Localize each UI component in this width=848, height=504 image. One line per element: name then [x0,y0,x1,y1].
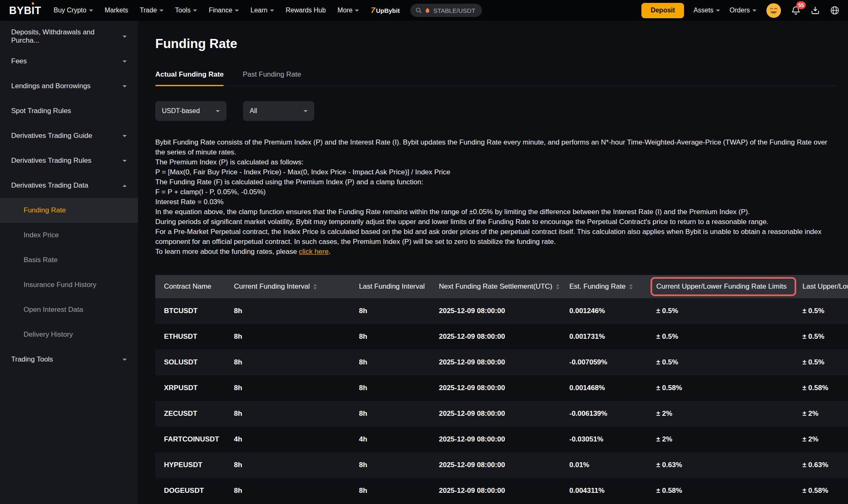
footer-text: . [329,248,331,256]
nav-label: Buy Crypto [54,7,87,14]
sidebar-label: Spot Trading Rules [11,107,71,115]
col-last-upper-lower-limits: Last Upper/Lower Funding Rate Limits [802,275,848,298]
sort-icon[interactable] [629,284,633,289]
cell-contract: DOGEUSDT [155,478,234,504]
cell-est-rate: 0.001731% [569,324,656,350]
sidebar-subitem-basis-rate[interactable]: Basis Rate [0,248,138,272]
funding-rate-description: Bybit Funding Rate consists of the Premi… [155,137,836,257]
cell-current-interval: 4h [234,427,359,452]
sidebar-item-derivatives-trading-rules[interactable]: Derivatives Trading Rules [0,148,138,173]
cell-contract: SOLUSDT [155,350,234,375]
cell-est-rate: 0.001468% [569,375,656,401]
sidebar-item-derivatives-trading-guide[interactable]: Derivatives Trading Guide [0,123,138,148]
nav-item-markets[interactable]: Markets [105,7,128,14]
nav-item-trade[interactable]: Trade [140,7,164,14]
sidebar-subitem-insurance-fund-history[interactable]: Insurance Fund History [0,272,138,297]
table-row: XRPUSDT8h8h2025-12-09 08:00:000.001468%±… [155,375,848,401]
sidebar-item-deposits-withdrawals[interactable]: Deposits, Withdrawals and Purcha... [0,24,138,49]
col-est-funding-rate[interactable]: Est. Funding Rate [569,275,656,298]
col-next-funding-settlement[interactable]: Next Funding Rate Settlement(UTC) [439,275,569,298]
download-app-button[interactable] [810,5,820,15]
nav-item-tools[interactable]: Tools [175,7,197,14]
cell-last-limits: ± 0.58% [802,375,848,401]
cell-current-interval: 8h [234,401,359,427]
nav-label: Rewards Hub [286,7,326,14]
nav-item-more[interactable]: More [337,7,359,14]
contract-type-select[interactable]: All [243,101,314,121]
chevron-down-icon [270,10,274,12]
cell-est-rate: -0.006139% [569,401,656,427]
sidebar-item-trading-tools[interactable]: Trading Tools [0,347,138,372]
cell-last-limits: ± 2% [802,427,848,452]
chevron-down-icon [304,110,308,112]
cell-next-settlement: 2025-12-09 08:00:00 [439,298,569,324]
cell-last-limits: ± 0.5% [802,298,848,324]
cell-current-limits: ± 0.5% [656,350,802,375]
cell-est-rate: -0.007059% [569,350,656,375]
column-label: Current Upper/Lower Funding Rate Limits [656,282,787,291]
sidebar-label: Deposits, Withdrawals and Purcha... [11,28,123,45]
nav-item-buy-crypto[interactable]: Buy Crypto [54,7,93,14]
cell-last-limits: ± 0.63% [802,452,848,478]
cell-current-limits: ± 2% [656,401,802,427]
sidebar-subitem-delivery-history[interactable]: Delivery History [0,322,138,347]
col-current-funding-interval[interactable]: Current Funding Interval [234,275,359,298]
cell-current-interval: 8h [234,324,359,350]
sidebar-label: Derivatives Trading Data [11,181,88,190]
cell-last-interval: 4h [359,427,439,452]
cell-last-interval: 8h [359,350,439,375]
chevron-down-icon [89,10,93,12]
description-line: The Funding Rate (F) is calculated using… [155,177,836,187]
sidebar-item-derivatives-trading-data[interactable]: Derivatives Trading Data [0,173,138,198]
cell-last-limits: ± 0.5% [802,350,848,375]
cell-last-interval: 8h [359,401,439,427]
cell-contract: HYPEUSDT [155,452,234,478]
upbybit-link[interactable]: 7 UpBybit [371,6,400,15]
settle-coin-select[interactable]: USDT-based [155,101,226,121]
tab-actual-funding-rate[interactable]: Actual Funding Rate [155,70,224,86]
table-row: ETHUSDT8h8h2025-12-09 08:00:000.001731%±… [155,324,848,350]
chevron-down-icon [716,10,720,12]
nav-item-learn[interactable]: Learn [251,7,274,14]
bybit-logo[interactable]: BYBIT [9,5,41,17]
avatar[interactable] [766,3,781,18]
deposit-button[interactable]: Deposit [641,3,684,18]
select-value: All [250,107,257,115]
description-line: F = P + clamp(I - P, 0.05%, -0.05%) [155,187,836,197]
main-content: Funding Rate Actual Funding Rate Past Fu… [138,21,848,504]
sidebar-subitem-funding-rate[interactable]: Funding Rate [0,198,138,223]
search-input[interactable]: STABLE/USDT [410,4,482,17]
description-line: For a Pre-Market Perpetual contract, the… [155,227,836,247]
nav-label: Learn [251,7,267,14]
sidebar-item-fees[interactable]: Fees [0,49,138,74]
cell-est-rate: 0.004311% [569,478,656,504]
cell-last-limits: ± 0.58% [802,478,848,504]
description-line: Bybit Funding Rate consists of the Premi… [155,137,836,157]
notification-bell[interactable]: 55 [791,5,801,16]
cell-last-interval: 8h [359,324,439,350]
sidebar-item-lendings-borrowings[interactable]: Lendings and Borrowings [0,74,138,99]
nav-item-rewards-hub[interactable]: Rewards Hub [286,7,326,14]
nav-item-finance[interactable]: Finance [209,7,239,14]
sidebar-item-spot-trading-rules[interactable]: Spot Trading Rules [0,99,138,123]
cell-contract: BTCUSDT [155,298,234,324]
notification-badge: 55 [796,1,806,9]
page-title: Funding Rate [155,36,848,51]
sidebar-subitem-open-interest-data[interactable]: Open Interest Data [0,297,138,322]
chevron-down-icon [123,359,127,361]
cell-last-interval: 8h [359,298,439,324]
nav-label: Assets [694,7,713,14]
tab-past-funding-rate[interactable]: Past Funding Rate [243,70,301,86]
sidebar-label: Derivatives Trading Rules [11,157,92,165]
sort-icon[interactable] [313,284,317,289]
click-here-link[interactable]: click here [299,248,329,256]
footer-text: To learn more about the funding rates, p… [155,248,299,256]
language-button[interactable] [830,5,840,15]
orders-menu[interactable]: Orders [730,7,756,14]
assets-menu[interactable]: Assets [694,7,720,14]
column-label: Last Funding Interval [359,282,425,291]
upbybit-label: UpBybit [376,7,400,14]
table-row: HYPEUSDT8h8h2025-12-09 08:00:000.01%± 0.… [155,452,848,478]
sort-icon[interactable] [556,284,559,289]
sidebar-subitem-index-price[interactable]: Index Price [0,223,138,248]
